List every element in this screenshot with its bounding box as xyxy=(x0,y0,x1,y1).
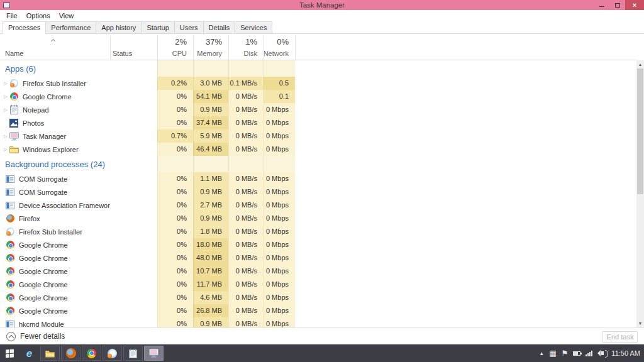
memory-cell: 26.8 MB xyxy=(193,304,228,317)
process-row-google-chrome[interactable]: Google Chrome0%11.7 MB0 MB/s0 Mbps xyxy=(0,278,636,291)
flag-icon[interactable]: ⚑ xyxy=(562,349,569,357)
process-row-firefox-stub-installer[interactable]: Firefox Stub Installer0%1.8 MB0 MB/s0 Mb… xyxy=(0,225,636,238)
network-signal-icon[interactable] xyxy=(586,350,592,356)
expand-chevron-icon[interactable]: ▷ xyxy=(0,147,9,152)
speaker-icon[interactable] xyxy=(601,351,604,355)
cpu-cell: 0.7% xyxy=(157,129,193,143)
fewer-details-toggle[interactable]: Fewer details xyxy=(20,332,65,341)
vertical-scrollbar[interactable]: ▲ ▼ xyxy=(636,60,644,327)
expand-chevron-icon[interactable]: ▷ xyxy=(0,107,9,112)
taskbar-notepad-icon[interactable] xyxy=(123,346,143,361)
network-cell: 0 Mbps xyxy=(264,185,295,199)
close-button[interactable]: × xyxy=(625,0,644,10)
process-row-google-chrome[interactable]: Google Chrome0%4.6 MB0 MB/s0 Mbps xyxy=(0,291,636,304)
memory-cell: 54.1 MB xyxy=(193,90,228,103)
disk-label: Disk xyxy=(244,50,257,57)
name-cell: ▷Task Manager xyxy=(0,129,110,143)
process-name: Google Chrome xyxy=(19,255,68,262)
expand-chevron-icon[interactable]: ▷ xyxy=(0,81,9,86)
menu-options[interactable]: Options xyxy=(22,12,55,19)
taskbar-file-explorer-icon[interactable] xyxy=(40,346,60,361)
column-header-name[interactable]: Name xyxy=(5,50,23,57)
expand-chevron-icon[interactable]: ▷ xyxy=(0,94,9,99)
clock[interactable]: 11:50 AM xyxy=(611,349,640,357)
process-row-google-chrome[interactable]: Google Chrome0%10.7 MB0 MB/s0 Mbps xyxy=(0,265,636,278)
section-header-background-processes-24[interactable]: Background processes (24) xyxy=(0,156,636,172)
process-name: Google Chrome xyxy=(19,307,68,315)
cpu-cell: 0.2% xyxy=(157,77,193,90)
memory-cell: 37.4 MB xyxy=(193,116,228,129)
scrollbar-thumb[interactable] xyxy=(637,69,643,194)
hidden-icons-icon[interactable]: ▲ xyxy=(539,351,544,356)
disk-cell: 0 MB/s xyxy=(228,143,264,156)
process-row-firefox-stub-installer[interactable]: ▷Firefox Stub Installer0.2%3.0 MB0.1 MB/… xyxy=(0,77,636,90)
taskbar-firefox-installer-icon[interactable] xyxy=(103,346,122,361)
expand-chevron-icon[interactable]: ▷ xyxy=(0,134,9,139)
column-divider[interactable] xyxy=(193,36,194,60)
column-divider[interactable] xyxy=(228,36,229,60)
taskbar-internet-explorer-icon[interactable]: e xyxy=(19,346,39,361)
process-row-device-association-framework[interactable]: Device Association Framework ...0%2.7 MB… xyxy=(0,199,636,212)
process-row-google-chrome[interactable]: Google Chrome0%48.0 MB0 MB/s0 Mbps xyxy=(0,251,636,265)
process-row-firefox[interactable]: Firefox0%0.9 MB0 MB/s0 Mbps xyxy=(0,212,636,225)
tab-services[interactable]: Services xyxy=(235,21,272,33)
taskbar-task-manager-icon[interactable] xyxy=(144,346,164,361)
chrome-icon xyxy=(5,306,15,316)
process-row-google-chrome[interactable]: Google Chrome0%26.8 MB0 MB/s0 Mbps xyxy=(0,304,636,317)
column-header-disk[interactable]: 1%Disk xyxy=(228,36,264,60)
column-divider[interactable] xyxy=(295,36,296,60)
restore-button[interactable] xyxy=(609,0,625,10)
section-title: Background processes (24) xyxy=(0,156,157,172)
tab-app-history[interactable]: App history xyxy=(96,21,142,33)
action-grid-icon[interactable]: ▦ xyxy=(549,349,556,357)
cpu-cell: 0% xyxy=(157,185,193,199)
chevron-up-circle-icon[interactable] xyxy=(6,332,16,341)
column-divider[interactable] xyxy=(264,36,264,60)
titlebar[interactable]: Task Manager × xyxy=(0,0,644,10)
cpu-cell xyxy=(157,60,193,77)
tab-processes[interactable]: Processes xyxy=(3,21,46,34)
process-row-notepad[interactable]: ▷Notepad0%0.9 MB0 MB/s0 Mbps xyxy=(0,103,636,116)
process-row-com-surrogate[interactable]: COM Surrogate0%1.1 MB0 MB/s0 Mbps xyxy=(0,172,636,185)
status-cell xyxy=(110,129,157,143)
minimize-button[interactable] xyxy=(594,0,609,10)
scroll-down-icon[interactable]: ▼ xyxy=(636,319,644,327)
column-header-status[interactable]: Status xyxy=(113,50,132,57)
process-row-windows-explorer[interactable]: ▷Windows Explorer0%46.4 MB0 MB/s0 Mbps xyxy=(0,143,636,156)
process-row-google-chrome[interactable]: ▷Google Chrome0%54.1 MB0 MB/s0.1 Mbps xyxy=(0,90,636,103)
tab-strip: ProcessesPerformanceApp historyStartupUs… xyxy=(0,21,644,34)
column-header-network[interactable]: 0%Network xyxy=(264,36,295,60)
process-row-com-surrogate[interactable]: COM Surrogate0%0.9 MB0 MB/s0 Mbps xyxy=(0,185,636,199)
column-divider[interactable] xyxy=(157,36,158,60)
process-row-photos[interactable]: Photos0%37.4 MB0 MB/s0 Mbps xyxy=(0,116,636,129)
menu-view[interactable]: View xyxy=(55,12,79,19)
column-divider[interactable] xyxy=(110,36,111,60)
column-header-memory[interactable]: 37%Memory xyxy=(193,36,228,60)
scroll-up-icon[interactable]: ▲ xyxy=(636,60,644,69)
menu-file[interactable]: File xyxy=(2,12,22,19)
network-cell xyxy=(264,60,295,77)
end-task-button[interactable]: End task xyxy=(602,331,638,343)
status-cell xyxy=(110,291,157,304)
network-cell: 0 Mbps xyxy=(264,172,295,185)
tab-performance[interactable]: Performance xyxy=(45,21,96,33)
taskbar-start-button[interactable] xyxy=(0,344,19,362)
memory-cell: 0.9 MB xyxy=(193,185,228,199)
process-row-hkcmd-module[interactable]: hkcmd Module0%0.9 MB0 MB/s0 Mbps xyxy=(0,317,636,327)
status-cell xyxy=(110,172,157,185)
tab-startup[interactable]: Startup xyxy=(141,21,174,33)
battery-icon[interactable] xyxy=(573,351,580,356)
taskbar-firefox-icon[interactable] xyxy=(61,346,80,361)
name-cell: Google Chrome xyxy=(0,251,110,265)
column-header-cpu[interactable]: 2%CPU xyxy=(157,36,193,60)
tab-details[interactable]: Details xyxy=(203,21,236,33)
process-row-google-chrome[interactable]: Google Chrome0%18.0 MB0 MB/s0 Mbps xyxy=(0,238,636,251)
name-cell: Photos xyxy=(0,116,110,129)
cpu-cell: 0% xyxy=(157,278,193,291)
section-header-apps-6[interactable]: Apps (6) xyxy=(0,60,636,77)
tab-users[interactable]: Users xyxy=(174,21,204,33)
process-row-task-manager[interactable]: ▷Task Manager0.7%5.9 MB0 MB/s0 Mbps xyxy=(0,129,636,143)
process-name: Photos xyxy=(23,119,44,127)
taskbar-chrome-icon[interactable] xyxy=(82,346,101,361)
process-name: Windows Explorer xyxy=(23,146,79,153)
